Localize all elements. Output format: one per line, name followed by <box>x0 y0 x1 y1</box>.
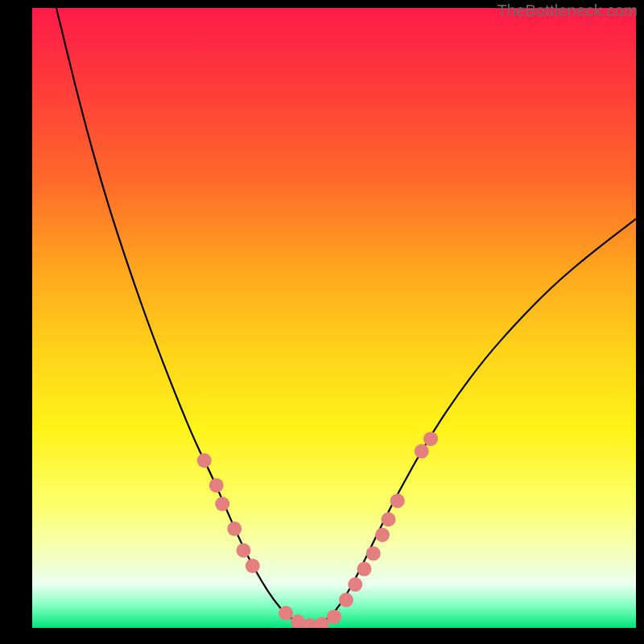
data-marker <box>375 528 390 543</box>
data-marker <box>357 562 372 576</box>
data-marker <box>366 547 381 561</box>
data-marker <box>246 559 260 573</box>
data-marker <box>415 444 429 459</box>
data-marker <box>423 431 438 446</box>
data-marker <box>227 522 242 536</box>
data-marker <box>215 497 229 511</box>
curve-group <box>56 8 636 626</box>
plot-area <box>32 8 636 628</box>
data-marker <box>197 453 212 468</box>
data-marker <box>209 478 224 493</box>
curve-left-branch <box>56 8 310 626</box>
data-marker <box>382 512 396 526</box>
chart-stage: TheBottleneck.com <box>0 0 644 644</box>
watermark-text: TheBottleneck.com <box>497 2 638 20</box>
data-marker <box>339 592 353 607</box>
chart-svg <box>32 8 636 628</box>
marker-group <box>197 431 438 628</box>
data-marker <box>390 493 405 508</box>
data-marker <box>348 577 362 592</box>
data-marker <box>279 606 293 621</box>
data-marker <box>237 543 251 558</box>
data-marker <box>327 609 341 624</box>
